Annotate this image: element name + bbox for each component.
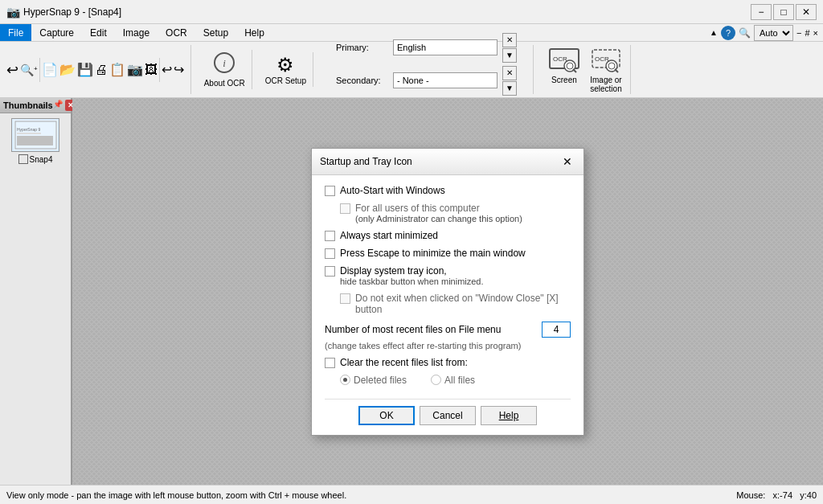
press-escape-checkbox[interactable] [325, 248, 335, 259]
canvas-area: Startup and Tray Icon ✕ Auto-Start with … [72, 98, 823, 485]
thumbnail-label: Snap4 [30, 155, 53, 164]
menu-file[interactable]: File [0, 24, 31, 41]
menu-edit[interactable]: Edit [82, 24, 115, 41]
menu-setup[interactable]: Setup [195, 24, 236, 41]
menu-help[interactable]: Help [236, 24, 272, 41]
triangle-up-icon: ▲ [710, 28, 718, 37]
hide-taskbar-label: hide taskbar button when minimized. [340, 277, 484, 286]
press-escape-label: Press Escape to minimize the main window [340, 248, 526, 259]
title-bar-left: 📷 HyperSnap 9 - [Snap4] [6, 6, 121, 18]
menu-ocr[interactable]: OCR [158, 24, 195, 41]
press-escape-row: Press Escape to minimize the main window [325, 248, 571, 259]
recent-files-label: Number of most recent files on File menu [325, 324, 542, 335]
all-files-row: All files [431, 375, 475, 386]
secondary-x-button[interactable]: ✕ [502, 66, 517, 80]
thumbnail-snap4[interactable]: HyperSnap 9 Snap4 [0, 113, 71, 169]
secondary-language-row: Secondary: - None - ✕ ▼ [336, 66, 517, 96]
recent-files-note: (change takes effect after re-starting t… [325, 341, 571, 350]
deleted-files-row: Deleted files [340, 375, 407, 386]
thumbnail-checkbox[interactable] [18, 154, 28, 164]
dialog-title-text: Startup and Tray Icon [320, 156, 412, 167]
do-not-exit-checkbox[interactable] [340, 293, 350, 304]
screen-ocr-button[interactable]: OCR Screen [547, 45, 582, 95]
do-not-exit-row: Do not exit when clicked on "Window Clos… [340, 293, 571, 315]
image-selection-label: Image or [590, 76, 621, 84]
sidebar-header: Thumbnails 📌 ✕ [0, 98, 71, 113]
ocr-setup-icon: ⚙ [276, 54, 294, 76]
clear-recent-checkbox[interactable] [325, 358, 335, 368]
image-ocr-icon: OCR [590, 47, 622, 76]
open-icon: 📂 [59, 62, 76, 77]
help-icon[interactable]: ? [721, 26, 735, 40]
svg-text:OCR: OCR [595, 55, 609, 63]
ok-button[interactable]: OK [358, 406, 415, 425]
auto-dropdown[interactable]: Auto [754, 25, 793, 41]
mouse-coordinates: Mouse: x:-74 y:40 [736, 490, 817, 500]
display-tray-row: Display system tray icon, hide taskbar b… [325, 265, 571, 286]
svg-rect-16 [17, 136, 53, 145]
cancel-label: Cancel [432, 410, 462, 421]
always-minimized-checkbox[interactable] [325, 231, 335, 241]
auto-start-checkbox[interactable] [325, 186, 335, 196]
about-ocr-button[interactable]: i About OCR [201, 50, 248, 89]
quick-access: ↩ 🔍+ 📄 📂 💾 🖨 📋 📷 🖼 ↩ ↪ [6, 45, 191, 94]
image-ocr-button[interactable]: OCR Image or selection [588, 45, 624, 95]
primary-language-row: Primary: English ✕ ▼ [336, 33, 517, 63]
ocr-btn-row: OCR Screen OCR Image or selection [547, 45, 624, 95]
help-button[interactable]: Help [481, 406, 537, 425]
ocr-setup-button[interactable]: ⚙ OCR Setup [262, 52, 309, 87]
display-tray-checkbox[interactable] [325, 266, 335, 277]
primary-select[interactable]: English [393, 39, 497, 55]
maximize-button[interactable]: □ [773, 4, 794, 20]
admin-note: (only Administrator can change this opti… [355, 214, 522, 223]
dialog-close-button[interactable]: ✕ [559, 154, 575, 170]
display-tray-text: Display system tray icon, hide taskbar b… [340, 265, 484, 286]
radio-group: Deleted files All files [340, 375, 571, 389]
about-ocr-section: i About OCR [198, 50, 252, 89]
for-all-users-checkbox[interactable] [340, 203, 350, 214]
ocr-setup-label: OCR Setup [265, 76, 306, 85]
secondary-select[interactable]: - None - [393, 72, 497, 88]
secondary-dropdown-button[interactable]: ▼ [502, 81, 517, 96]
ocr-screen-section: OCR Screen OCR Image or selection [540, 45, 631, 94]
always-minimized-label: Always start minimized [340, 230, 438, 241]
undo-icon: ↩ [162, 62, 172, 77]
zoom-in-icon: 🔍+ [20, 61, 38, 78]
thumbnail-image: HyperSnap 9 [11, 118, 59, 152]
cancel-button[interactable]: Cancel [420, 406, 476, 425]
primary-dropdown-button[interactable]: ▼ [502, 48, 517, 63]
primary-controls: ✕ ▼ [502, 33, 517, 63]
image-icon: 🖼 [145, 63, 158, 77]
always-minimized-row: Always start minimized [325, 230, 571, 241]
menu-image[interactable]: Image [115, 24, 158, 41]
menu-capture[interactable]: Capture [31, 24, 82, 41]
screen-label: Screen [551, 76, 577, 84]
hash-icon: # [805, 28, 809, 38]
deleted-files-radio[interactable] [340, 375, 350, 385]
close-button[interactable]: ✕ [796, 4, 817, 20]
screen-ocr-icon: OCR [548, 47, 580, 76]
app-icon: 📷 [6, 6, 20, 18]
ocr-setup-section: ⚙ OCR Setup [259, 52, 313, 87]
minimize-button[interactable]: − [751, 4, 772, 20]
svg-text:i: i [223, 57, 226, 69]
title-bar: 📷 HyperSnap 9 - [Snap4] − □ ✕ [0, 0, 823, 24]
thumbnails-title: Thumbnails [3, 100, 53, 110]
svg-rect-12 [14, 120, 58, 150]
pin-icon[interactable]: 📌 [53, 100, 63, 111]
selection-label: selection [590, 84, 621, 93]
recent-files-row: Number of most recent files on File menu [325, 322, 571, 338]
copy-icon: 📋 [109, 62, 125, 77]
x-icon: × [813, 28, 818, 38]
primary-x-button[interactable]: ✕ [502, 33, 517, 47]
search-icon: 🔍 [739, 27, 751, 39]
all-files-radio[interactable] [431, 375, 441, 385]
recent-files-input[interactable] [542, 322, 571, 338]
help-label: Help [499, 410, 519, 421]
save-icon: 💾 [77, 62, 93, 77]
dialog-body: Auto-Start with Windows For all users of… [312, 175, 583, 435]
auto-start-row: Auto-Start with Windows [325, 185, 571, 196]
main-area: Thumbnails 📌 ✕ HyperSnap 9 Snap4 [0, 98, 823, 485]
auto-start-label: Auto-Start with Windows [340, 185, 445, 196]
secondary-label: Secondary: [336, 76, 388, 85]
